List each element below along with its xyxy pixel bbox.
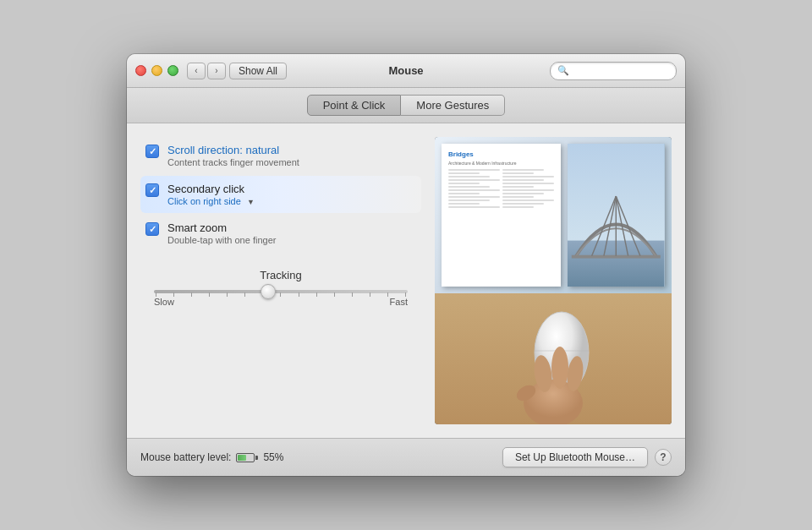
option-subtitle-secondary: Click on right side ▼ — [167, 196, 255, 206]
preview-document: Bridges Architecture & Modern Infrastruc… — [435, 137, 672, 293]
option-text-scroll: Scroll direction: natural Content tracks… — [167, 144, 299, 167]
close-button[interactable] — [135, 65, 146, 76]
slider-labels: Slow Fast — [154, 297, 408, 307]
tracking-section: Tracking — [140, 269, 421, 307]
footer-buttons: Set Up Bluetooth Mouse… ? — [502, 447, 672, 467]
setup-bluetooth-button[interactable]: Set Up Bluetooth Mouse… — [502, 447, 648, 467]
back-button[interactable]: ‹ — [187, 63, 206, 79]
option-text-zoom: Smart zoom Double-tap with one finger — [167, 221, 276, 245]
search-box[interactable]: 🔍 — [550, 62, 677, 80]
slider-label-slow: Slow — [154, 297, 174, 307]
slider-thumb[interactable] — [261, 284, 276, 299]
tab-bar: Point & Click More Gestures — [127, 88, 685, 123]
maximize-button[interactable] — [167, 65, 178, 76]
battery-body — [236, 453, 255, 462]
battery-fill — [238, 455, 246, 461]
battery-icon — [236, 453, 258, 462]
option-title-zoom: Smart zoom — [167, 221, 276, 234]
checkbox-secondary-click[interactable] — [145, 183, 159, 197]
help-button[interactable]: ? — [655, 449, 672, 466]
checkbox-scroll-direction[interactable] — [145, 145, 159, 158]
option-title-scroll: Scroll direction: natural — [167, 144, 299, 156]
slider-ticks — [154, 292, 408, 297]
bridge-photo — [568, 144, 665, 287]
svg-point-12 — [551, 347, 568, 389]
forward-button[interactable]: › — [207, 63, 226, 79]
titlebar: ‹ › Show All Mouse 🔍 — [127, 54, 685, 88]
search-input[interactable] — [573, 65, 669, 77]
window-title: Mouse — [388, 64, 423, 77]
battery-tip — [255, 456, 258, 460]
option-text-secondary: Secondary click Click on right side ▼ — [167, 183, 255, 206]
dropdown-arrow-secondary[interactable]: ▼ — [247, 198, 255, 206]
bridge-document-page: Bridges Architecture & Modern Infrastruc… — [442, 144, 561, 287]
left-panel: Scroll direction: natural Content tracks… — [140, 137, 421, 424]
option-smart-zoom[interactable]: Smart zoom Double-tap with one finger — [140, 215, 421, 252]
minimize-button[interactable] — [151, 65, 162, 76]
search-icon: 🔍 — [557, 65, 569, 76]
show-all-button[interactable]: Show All — [229, 63, 287, 79]
tab-more-gestures[interactable]: More Gestures — [401, 95, 505, 116]
option-subtitle-zoom: Double-tap with one finger — [167, 235, 276, 245]
option-title-secondary: Secondary click — [167, 183, 255, 195]
mouse-hand-svg — [469, 293, 638, 424]
preferences-window: ‹ › Show All Mouse 🔍 Point & Click More … — [127, 54, 685, 476]
right-panel: Bridges Architecture & Modern Infrastruc… — [435, 137, 672, 424]
slider-label-fast: Fast — [390, 297, 408, 307]
battery-percent: 55% — [263, 451, 283, 463]
slider-container — [154, 290, 408, 293]
option-secondary-click[interactable]: Secondary click Click on right side ▼ — [140, 176, 421, 213]
battery-info: Mouse battery level: 55% — [140, 451, 283, 463]
checkbox-smart-zoom[interactable] — [145, 222, 159, 236]
battery-label: Mouse battery level: — [140, 451, 231, 463]
traffic-lights — [135, 65, 178, 76]
option-scroll-direction[interactable]: Scroll direction: natural Content tracks… — [140, 137, 421, 174]
nav-buttons: ‹ › — [187, 63, 226, 79]
tab-point-click[interactable]: Point & Click — [307, 95, 402, 116]
footer: Mouse battery level: 55% Set Up Bluetoot… — [127, 438, 685, 476]
content-area: Scroll direction: natural Content tracks… — [127, 123, 685, 438]
slider-track[interactable] — [154, 290, 408, 293]
preview-image: Bridges Architecture & Modern Infrastruc… — [435, 137, 672, 424]
tracking-label: Tracking — [154, 269, 408, 281]
preview-mouse — [435, 293, 672, 424]
option-subtitle-scroll: Content tracks finger movement — [167, 157, 299, 167]
